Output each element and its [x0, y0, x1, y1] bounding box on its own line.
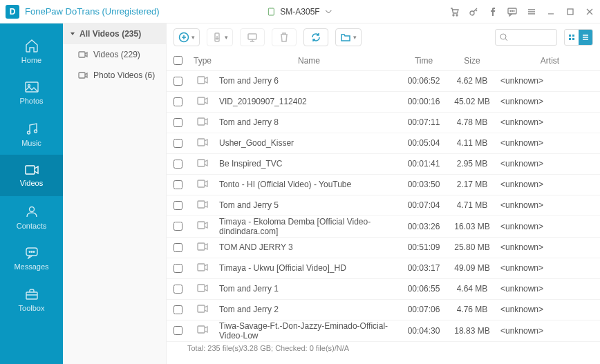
cell-artist: <unknown>: [496, 70, 600, 91]
add-button[interactable]: ▾: [174, 28, 200, 46]
svg-point-3: [453, 15, 454, 16]
sidebar-item-messages[interactable]: Messages: [0, 238, 63, 279]
table-row[interactable]: Tom and Jerry 600:06:524.62 MB<unknown>: [167, 70, 600, 91]
menu-icon[interactable]: [527, 7, 536, 17]
nav-label: Videos: [20, 179, 43, 187]
cell-time: 00:51:09: [400, 237, 448, 258]
cell-artist: <unknown>: [496, 320, 600, 341]
chevron-down-icon: [326, 10, 332, 14]
refresh-button[interactable]: [303, 28, 328, 46]
col-size[interactable]: Size: [448, 51, 496, 70]
category-header[interactable]: All Videos (235): [63, 23, 166, 44]
table-row[interactable]: Tom and Jerry 200:07:064.76 MB<unknown>: [167, 299, 600, 320]
chevron-down-icon: ▾: [191, 34, 195, 41]
chevron-down-icon: ▾: [225, 34, 228, 41]
row-checkbox[interactable]: [174, 180, 182, 189]
table-row[interactable]: Timaya - Ukwu [Official Video]_HD00:03:1…: [167, 258, 600, 278]
type-icon: [189, 320, 216, 341]
table-row[interactable]: Tiwa-Savage-Ft.-Don-Jazzy-Eminado-Offici…: [167, 320, 600, 341]
cell-size: 49.09 MB: [448, 258, 496, 278]
row-checkbox[interactable]: [174, 264, 182, 273]
svg-point-9: [514, 10, 514, 11]
sidebar-item-home[interactable]: Home: [0, 30, 63, 72]
svg-rect-29: [572, 35, 574, 37]
svg-rect-35: [198, 139, 205, 146]
row-checkbox[interactable]: [174, 326, 182, 335]
minimize-icon[interactable]: [546, 7, 556, 17]
open-folder-button[interactable]: ▾: [335, 28, 362, 46]
search-input[interactable]: [511, 32, 552, 43]
table-row[interactable]: Tom and Jerry 500:07:044.71 MB<unknown>: [167, 195, 600, 215]
view-toggle[interactable]: [564, 29, 593, 46]
sidebar-item-contacts[interactable]: Contacts: [0, 196, 63, 238]
sidebar-item-toolbox[interactable]: Toolbox: [0, 279, 63, 320]
col-type[interactable]: Type: [189, 51, 216, 70]
cell-name: Tom and Jerry 6: [216, 70, 400, 91]
table-row[interactable]: Tonto - HI (Official Video) - YouTube00:…: [167, 174, 600, 195]
svg-point-20: [33, 251, 35, 252]
to-device-button[interactable]: ▾: [207, 28, 233, 46]
table-row[interactable]: VID_20190907_11240200:00:1645.02 MB<unkn…: [167, 91, 600, 112]
row-checkbox[interactable]: [174, 139, 182, 148]
nav-label: Messages: [14, 262, 48, 271]
row-checkbox[interactable]: [174, 201, 182, 210]
table-row[interactable]: Tom and Jerry 800:07:114.78 MB<unknown>: [167, 112, 600, 133]
nav-label: Toolbox: [19, 304, 45, 312]
svg-rect-34: [198, 118, 205, 125]
svg-point-16: [29, 207, 34, 211]
table-row[interactable]: Be Inspired_TVC00:01:412.95 MB<unknown>: [167, 153, 600, 174]
table-row[interactable]: Timaya - Ekoloma Demba [Official Video-d…: [167, 215, 600, 237]
row-checkbox[interactable]: [174, 118, 182, 127]
cell-artist: <unknown>: [496, 195, 600, 215]
facebook-icon[interactable]: [488, 7, 498, 17]
list-view-button[interactable]: [579, 30, 592, 45]
cell-size: 25.80 MB: [448, 237, 496, 258]
svg-point-27: [500, 34, 506, 39]
col-artist[interactable]: Artist: [496, 51, 600, 70]
row-checkbox[interactable]: [174, 160, 182, 169]
cell-name: VID_20190907_112402: [216, 91, 400, 112]
sidebar-item-photos[interactable]: Photos: [0, 72, 63, 113]
table-row[interactable]: Usher_Good_Kisser00:05:044.11 MB<unknown…: [167, 133, 600, 153]
col-time[interactable]: Time: [400, 51, 448, 70]
cell-size: 18.83 MB: [448, 320, 496, 341]
col-name[interactable]: Name: [216, 51, 400, 70]
svg-rect-36: [198, 160, 205, 166]
close-icon[interactable]: [585, 7, 594, 17]
plus-icon: [178, 32, 189, 43]
phone-export-icon: [212, 32, 223, 43]
cell-artist: <unknown>: [496, 215, 600, 237]
table-row[interactable]: Tom and Jerry 100:06:554.64 MB<unknown>: [167, 278, 600, 299]
key-icon[interactable]: [469, 7, 478, 17]
category-item-videos[interactable]: Videos (229): [63, 44, 166, 65]
svg-rect-31: [572, 38, 574, 40]
row-checkbox[interactable]: [174, 222, 182, 231]
svg-rect-38: [198, 201, 205, 208]
table-row[interactable]: TOM AND JERRY 300:51:0925.80 MB<unknown>: [167, 237, 600, 258]
nav-label: Contacts: [17, 222, 46, 230]
row-checkbox[interactable]: [174, 77, 182, 86]
photos-icon: [24, 81, 39, 93]
grid-view-button[interactable]: [565, 30, 579, 45]
category-item-photo-videos[interactable]: Photo Videos (6): [63, 65, 166, 86]
delete-button[interactable]: [272, 28, 297, 46]
row-checkbox[interactable]: [174, 243, 182, 252]
feedback-icon[interactable]: [507, 7, 517, 17]
row-checkbox[interactable]: [174, 97, 182, 106]
cell-size: 2.95 MB: [448, 153, 496, 174]
sidebar-item-videos[interactable]: Videos: [0, 155, 63, 196]
type-icon: [189, 195, 216, 215]
device-selector[interactable]: SM-A305F: [268, 7, 332, 17]
cell-time: 00:06:52: [400, 70, 448, 91]
to-pc-button[interactable]: [240, 28, 265, 46]
type-icon: [189, 299, 216, 320]
row-checkbox[interactable]: [174, 285, 182, 294]
search-box[interactable]: [495, 29, 557, 46]
cart-icon[interactable]: [449, 7, 459, 17]
svg-rect-44: [198, 326, 205, 333]
sidebar-item-music[interactable]: Music: [0, 113, 63, 155]
file-table-wrap[interactable]: Type Name Time Size Artist Tom and Jerry…: [167, 51, 600, 364]
select-all-checkbox[interactable]: [174, 56, 182, 65]
row-checkbox[interactable]: [174, 305, 182, 314]
maximize-icon[interactable]: [565, 7, 575, 17]
